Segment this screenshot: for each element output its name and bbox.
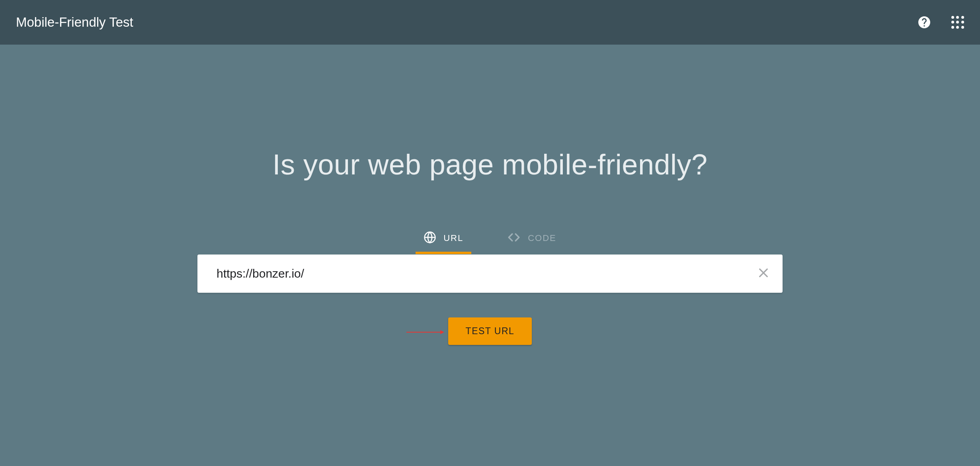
- app-header: Mobile-Friendly Test: [0, 0, 980, 45]
- page-title: Mobile-Friendly Test: [16, 15, 133, 30]
- tab-code-label: CODE: [528, 233, 556, 243]
- svg-marker-5: [440, 330, 444, 334]
- tab-code[interactable]: CODE: [507, 231, 556, 255]
- main-content: Is your web page mobile-friendly? URL CO…: [0, 45, 980, 345]
- input-mode-tabs: URL CODE: [424, 231, 556, 255]
- header-actions: [917, 15, 964, 29]
- arrow-annotation-icon: [406, 329, 444, 334]
- test-url-button[interactable]: TEST URL: [448, 317, 532, 345]
- url-input-container: [197, 255, 783, 293]
- globe-icon: [424, 231, 436, 245]
- submit-row: TEST URL: [448, 317, 532, 345]
- url-input[interactable]: [217, 267, 757, 280]
- code-icon: [507, 231, 521, 246]
- apps-icon[interactable]: [951, 16, 964, 29]
- clear-icon[interactable]: [757, 266, 770, 281]
- headline: Is your web page mobile-friendly?: [272, 148, 707, 181]
- tab-url[interactable]: URL: [424, 231, 463, 254]
- tab-url-label: URL: [443, 233, 463, 243]
- help-icon[interactable]: [917, 15, 931, 29]
